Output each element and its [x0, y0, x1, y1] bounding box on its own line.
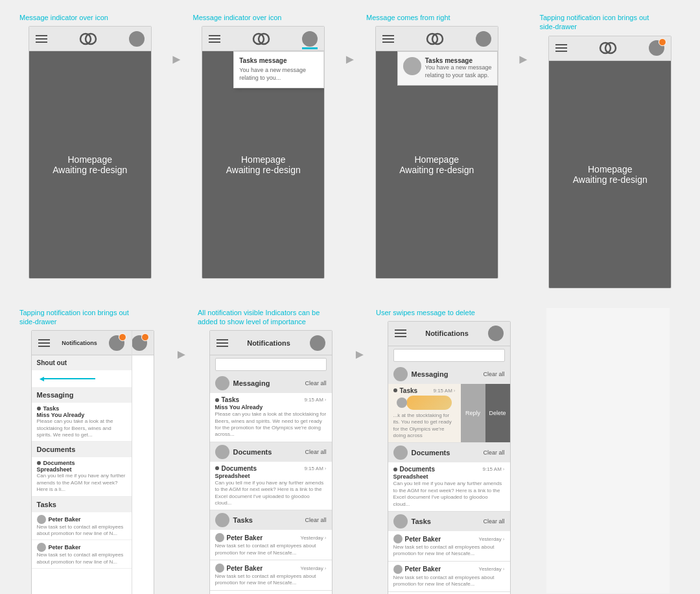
chevron-icon: ›: [325, 397, 327, 403]
delete-button[interactable]: Delete: [485, 384, 510, 443]
empty-slot: [546, 308, 670, 593]
tasks-section-left-6: Tasks: [215, 513, 253, 527]
tasks-clear-all-7[interactable]: Clear all: [483, 518, 504, 525]
scenario-5: Tapping notification icon brings out sid…: [13, 308, 172, 594]
search-bar-7[interactable]: [388, 346, 510, 364]
doc-clear-all-7[interactable]: Clear all: [483, 449, 504, 456]
drawer-messaging-header: Messaging: [32, 387, 132, 403]
tasks-section-title-7: Tasks: [412, 517, 431, 525]
notif-icon-4[interactable]: [649, 40, 664, 56]
hamburger-4: [555, 44, 567, 52]
tasks-section-7: Tasks Clear all: [388, 512, 510, 531]
notif-icon-2[interactable]: [302, 31, 318, 47]
swipe-content-7: Tasks 9:15 AM › ...k at the stocktaking …: [388, 384, 461, 443]
notif-topbar-6: Notifications: [210, 331, 332, 355]
doc-item-header-7: Documents 9:15 AM ›: [393, 466, 505, 473]
notif-dot-doc-7: [393, 468, 397, 471]
label-5: Tapping notification icon brings out sid…: [19, 308, 143, 327]
swipe-time-7: 9:15 AM ›: [433, 388, 455, 394]
phone-3: Tasks message You have a new message rel…: [375, 26, 498, 279]
drawer-docs-header: Documents: [32, 442, 132, 457]
ham-line: [209, 35, 220, 36]
task-body2-6: New task set to contact all employees ab…: [215, 573, 327, 587]
chevron-icon: ›: [503, 566, 505, 572]
msg-clear-all-7[interactable]: Clear all: [483, 371, 504, 377]
arrow-3: ►: [514, 52, 533, 67]
scenario-empty: [528, 308, 687, 593]
arrow-4: ►: [172, 347, 191, 362]
peter-av-1-6: [215, 533, 224, 542]
msg-section-left-7: Messaging: [393, 367, 449, 381]
phone-5: Notifications Notifications: [31, 330, 154, 594]
drawer-docs-item-title: Documents: [37, 460, 126, 466]
notif-icon-6[interactable]: [310, 335, 325, 351]
ham-line: [555, 47, 567, 49]
body-text-3: HomepageAwaiting re-design: [399, 154, 474, 175]
doc-section-title-7: Documents: [412, 449, 450, 457]
drawer-tasks-title: Tasks: [37, 405, 126, 412]
msg-body-6: Please can you take a look at the stockt…: [215, 411, 327, 438]
drawer-item-tasks: Tasks Miss You Already Please can you ta…: [32, 403, 132, 442]
notif-dot: [37, 407, 41, 410]
notif-title-7: Notifications: [425, 329, 469, 337]
drawer-peter1-title: Peter Baker: [37, 515, 126, 524]
tasks-section-title-6: Tasks: [233, 516, 253, 524]
doc-section-7: Documents Clear all: [388, 443, 510, 462]
topbar-3: [376, 27, 498, 51]
msg-section-icon-7: [393, 367, 408, 381]
swipe-title-7: Tasks: [393, 387, 418, 394]
topbar-4: [549, 36, 671, 61]
drawer-tasks-header: Tasks: [32, 497, 132, 512]
search-input-7[interactable]: [393, 349, 505, 362]
tasks-clear-all-6[interactable]: Clear all: [305, 517, 326, 523]
popup-body-2: You have a new message relating to you..…: [239, 67, 318, 82]
scenario-6: All notification visible Indicators can …: [191, 308, 350, 594]
logo-icon: [426, 32, 444, 45]
doc-section-6: Documents Clear all: [210, 442, 332, 462]
label-2: Message indicator over icon: [193, 13, 316, 22]
task-time1-6: Yesterday ›: [301, 535, 327, 541]
doc-clear-all-6[interactable]: Clear all: [305, 449, 326, 455]
notif-icon-3[interactable]: [476, 31, 491, 47]
ham-line: [216, 342, 228, 344]
swipe-header-7: Tasks 9:15 AM ›: [393, 387, 456, 394]
search-input-6[interactable]: [215, 358, 327, 371]
search-bar-6[interactable]: [210, 355, 332, 374]
drawer-notif-icon[interactable]: [109, 335, 124, 351]
drawer-peter2-title: Peter Baker: [37, 543, 126, 552]
scenario-1: Message indicator over icon: [13, 13, 167, 279]
task-body1-6: New task set to contact all employees ab…: [215, 543, 327, 556]
drawer-peter2-body: New task set to contact all employees ab…: [37, 552, 126, 565]
ham-line: [395, 329, 406, 331]
ham-line: [382, 38, 394, 40]
msg-item-header-6: Tasks 9:15 AM ›: [215, 396, 327, 403]
drawer-messaging-title: Messaging: [37, 391, 74, 399]
task-time1-7: Yesterday ›: [479, 536, 505, 542]
doc-item-title-7: Documents: [393, 466, 435, 473]
doc-item-7: Documents 9:15 AM › Spreadsheet Can you …: [388, 462, 510, 512]
doc-item-6: Documents 9:15 AM › Spreadsheet Can you …: [210, 462, 332, 511]
msg-clear-all-6[interactable]: Clear all: [305, 380, 326, 386]
topbar-2: [202, 27, 324, 51]
doc-section-icon-6: [215, 445, 229, 459]
notif-icon-7[interactable]: [488, 326, 504, 341]
reply-button[interactable]: Reply: [461, 384, 485, 443]
label-3: Message comes from right: [366, 13, 489, 22]
task-item-header1-7: Peter Baker Yesterday ›: [393, 534, 505, 543]
doc-body-7: Can you tell me if you have any further …: [393, 481, 505, 508]
chevron-icon: ›: [325, 565, 327, 571]
notif-icon-5[interactable]: [132, 335, 147, 351]
main-grid: Message indicator over icon: [13, 13, 687, 594]
notif-icon-1[interactable]: [129, 31, 145, 47]
msg-section-icon-6: [215, 376, 229, 390]
label-7: User swipes message to delete: [376, 308, 499, 317]
ham-line: [36, 42, 47, 43]
body-3: HomepageAwaiting re-design: [376, 51, 498, 278]
ham-line: [216, 339, 228, 340]
swipe-item-7[interactable]: Tasks 9:15 AM › ...k at the stocktaking …: [388, 384, 510, 444]
topbar-1: [29, 27, 151, 51]
ham-line: [555, 51, 567, 52]
task-item-header1-6: Peter Baker Yesterday ›: [215, 533, 327, 542]
phone-7: Notifications Messaging Clear all: [388, 321, 511, 594]
top-row: Message indicator over icon: [13, 13, 687, 289]
